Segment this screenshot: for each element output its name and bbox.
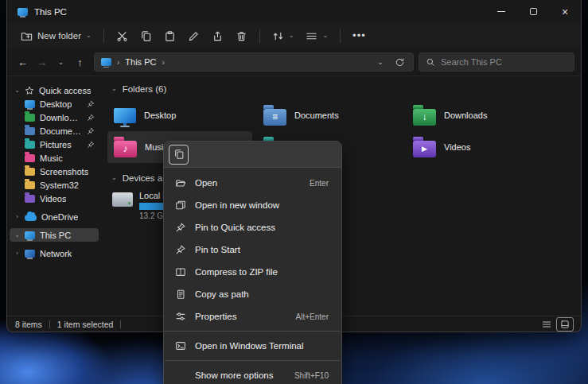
navigation-bar: ← → ⌄ ↑ › This PC › ⌄ [7,48,581,76]
menu-item-shortcut: Shift+F10 [285,371,329,380]
up-button[interactable]: ↑ [71,52,89,72]
new-window-icon [174,200,187,211]
menu-item-pin-quick-access[interactable]: Pin to Quick access [164,216,341,239]
sidebar-item-music[interactable]: Music [10,151,99,165]
context-menu-mini-toolbar [164,142,341,168]
this-pc-icon [25,231,35,239]
sidebar-item-label: System32 [40,180,79,190]
new-folder-button[interactable]: New folder ⌄ [15,26,97,46]
more-options-button[interactable]: ••• [347,29,372,41]
forward-button[interactable]: → [33,52,51,72]
folder-tile-desktop[interactable]: Desktop [107,99,252,131]
address-bar[interactable]: › This PC › ⌄ [94,52,414,72]
folder-tile-label: Documents [294,111,339,120]
minimize-button[interactable] [485,0,517,23]
menu-item-label: Pin to Start [195,245,240,254]
sidebar-item-label: Downloads [40,113,82,122]
chevron-down-icon: ⌄ [14,87,20,94]
menu-item-show-more[interactable]: Show more options Shift+F10 [164,364,341,384]
cut-button[interactable] [111,26,134,46]
delete-button[interactable] [230,26,253,46]
downloads-folder-icon: ↓ [413,109,436,126]
quick-access-star-icon [25,86,34,95]
sidebar-item-network[interactable]: › Network [10,246,99,260]
network-icon [25,250,35,258]
menu-item-compress-zip[interactable]: Compress to ZIP file [164,261,341,283]
sidebar-item-downloads[interactable]: Downloads [10,111,99,124]
menu-item-copy-as-path[interactable]: Copy as path [164,283,341,305]
sidebar-item-label: Screenshots [40,167,88,176]
command-bar: New folder ⌄ ⌄ ⌄ ••• [7,23,581,48]
rename-icon [188,30,200,42]
pin-icon [87,114,95,122]
share-button[interactable] [206,26,229,46]
rename-button[interactable] [182,26,205,46]
details-view-button[interactable] [539,318,555,331]
search-icon [426,57,435,67]
folder-tile-label: Downloads [444,111,487,120]
breadcrumb-this-pc[interactable]: This PC [125,57,156,67]
copy-button[interactable] [169,145,189,165]
breadcrumb-chevron-icon: › [117,58,119,67]
music-note-glyph: ♪ [123,143,128,154]
refresh-button[interactable] [392,55,407,69]
details-view-icon [542,320,551,329]
sidebar-item-onedrive[interactable]: › OneDrive [10,210,99,223]
view-button[interactable]: ⌄ [300,26,333,46]
sidebar-item-videos[interactable]: Videos [10,192,99,205]
status-divider [49,320,50,328]
videos-folder-icon [25,195,35,203]
paste-button[interactable] [158,26,181,46]
folder-tile-downloads[interactable]: ↓ Downloads [407,99,551,131]
titlebar: This PC × [7,0,581,23]
sidebar-item-documents[interactable]: Documents [10,124,99,138]
menu-divider [165,360,341,361]
menu-item-properties[interactable]: Properties Alt+Enter [164,305,341,328]
onedrive-cloud-icon [25,215,37,221]
sidebar-item-system32[interactable]: System32 [10,178,99,192]
menu-item-label: Properties [195,312,236,321]
sidebar-item-pictures[interactable]: Pictures [10,138,99,151]
music-folder-icon [25,154,35,162]
menu-item-open[interactable]: Open Enter [164,172,341,194]
item-count: 8 items [15,320,42,329]
back-button[interactable]: ← [14,52,32,72]
recent-locations-button[interactable]: ⌄ [52,52,70,72]
chevron-down-icon: ⌄ [289,33,294,39]
sidebar-item-label: This PC [40,231,71,240]
chevron-down-icon: ⌄ [111,86,117,92]
terminal-icon [174,340,187,351]
search-input[interactable] [441,57,567,67]
copy-icon [140,30,152,42]
delete-icon [236,30,247,42]
chevron-down-icon: ⌄ [14,231,20,239]
window-title: This PC [34,7,67,17]
videos-folder-icon: ▶ [413,141,436,157]
pin-icon [87,141,95,149]
maximize-button[interactable] [517,0,549,23]
menu-item-open-new-window[interactable]: Open in new window [164,194,341,216]
copy-path-icon [174,289,187,300]
large-icons-view-button[interactable] [557,318,573,331]
menu-divider [165,331,341,332]
more-icon: ••• [352,33,366,37]
folders-section-header[interactable]: ⌄ Folders (6) [107,82,581,96]
close-button[interactable]: × [549,0,581,23]
maximize-icon [530,8,537,15]
menu-item-open-terminal[interactable]: Open in Windows Terminal [164,335,341,357]
folder-tile-documents[interactable]: ≡ Documents [257,99,402,131]
pin-icon [87,127,95,135]
menu-item-pin-start[interactable]: Pin to Start [164,239,341,261]
sidebar-item-this-pc[interactable]: ⌄ This PC [10,228,99,242]
menu-item-label: Open in new window [195,200,279,210]
this-pc-icon [101,58,111,66]
folder-tile-videos[interactable]: ▶ Videos [407,131,551,163]
sort-button[interactable]: ⌄ [267,26,300,46]
sidebar-item-screenshots[interactable]: Screenshots [10,165,99,178]
sidebar-item-label: Network [40,249,72,258]
copy-button[interactable] [134,26,158,46]
sidebar-item-desktop[interactable]: Desktop [10,97,99,111]
sidebar-item-quick-access[interactable]: ⌄ Quick access [10,83,99,97]
context-menu: Open Enter Open in new window Pin to Qui… [163,141,342,384]
address-dropdown-button[interactable]: ⌄ [373,55,387,69]
